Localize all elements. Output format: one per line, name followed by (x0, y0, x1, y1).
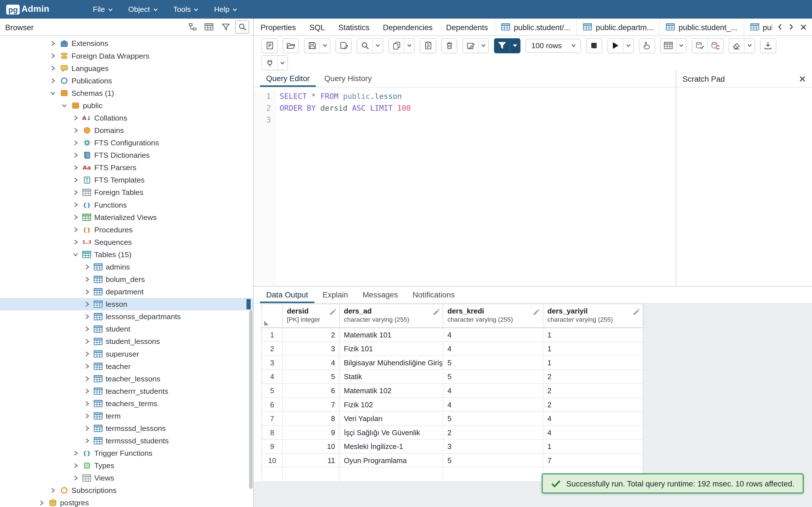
cell[interactable]: 5 (283, 370, 340, 384)
cell[interactable]: 2 (283, 328, 340, 342)
cell[interactable]: 5 (443, 412, 543, 426)
chevron-right-icon[interactable] (83, 263, 91, 271)
rollback-icon[interactable] (707, 39, 723, 53)
chevron-right-icon[interactable] (83, 400, 91, 407)
chevron-right-icon[interactable] (71, 127, 79, 134)
chevron-right-icon[interactable] (49, 40, 57, 47)
row-number[interactable]: 6 (262, 398, 283, 412)
chevron-right-icon[interactable] (49, 77, 57, 84)
cell[interactable] (443, 467, 543, 482)
cell[interactable]: 4 (443, 342, 543, 356)
cell[interactable] (340, 467, 443, 482)
chevron-right-icon[interactable] (83, 388, 91, 395)
chevron-right-icon[interactable] (83, 375, 91, 383)
clear-icon[interactable] (729, 39, 744, 53)
chevron-right-icon[interactable] (83, 276, 91, 283)
play-icon[interactable] (608, 39, 623, 53)
chevron-right-icon[interactable] (49, 52, 57, 60)
row-number[interactable]: 9 (262, 440, 283, 454)
tab-messages[interactable]: Messages (356, 287, 404, 303)
tree-item-fts-parsers[interactable]: AaFTS Parsers (0, 161, 253, 174)
cell[interactable]: 2 (543, 370, 643, 384)
tree-item-public[interactable]: public (0, 100, 253, 112)
tree-item-teacherrr-students[interactable]: teacherrr_students (0, 385, 253, 397)
column-header-ders-kredi[interactable]: ders_kredicharacter varying (255) (443, 304, 543, 328)
tree-item-domains[interactable]: Domains (0, 124, 253, 136)
tree-item-teachers-terms[interactable]: teachers_terms (0, 397, 253, 410)
tree-item-teacher-lessons[interactable]: teacher_lessons (0, 372, 253, 385)
cell[interactable]: 7 (283, 398, 340, 412)
stop-icon[interactable] (587, 39, 602, 53)
tree-item-fts-configurations[interactable]: FTS Configurations (0, 136, 253, 149)
cell[interactable]: Fizik 102 (340, 398, 443, 412)
chevron-left-icon[interactable] (777, 23, 782, 31)
caret-down-icon[interactable] (277, 56, 288, 70)
query-tool-tab-public-student[interactable]: public.student_... (659, 18, 744, 35)
edit-icon[interactable] (463, 39, 478, 53)
chevron-right-icon[interactable] (83, 288, 91, 295)
select-all-corner[interactable] (262, 304, 283, 328)
query-tool-tab-public-departm[interactable]: public.departm... (576, 18, 659, 35)
chevron-right-icon[interactable] (37, 499, 45, 506)
tab-properties[interactable]: Properties (254, 18, 303, 35)
close-icon[interactable] (799, 75, 806, 82)
chevron-right-icon[interactable] (83, 338, 91, 345)
chevron-right-icon[interactable] (71, 450, 79, 457)
hand-icon[interactable] (640, 39, 654, 53)
tree-item-fts-templates[interactable]: FTS Templates (0, 174, 253, 186)
row-number[interactable]: 5 (262, 384, 283, 398)
cell[interactable]: 2 (443, 426, 543, 440)
chevron-right-icon[interactable] (83, 350, 91, 357)
chevron-down-icon[interactable] (60, 102, 68, 109)
cell[interactable]: 2 (543, 398, 643, 412)
cell[interactable]: Matematik 102 (340, 384, 443, 398)
row-number[interactable]: 10 (262, 454, 283, 468)
tree-item-trigger-functions[interactable]: {}Trigger Functions (0, 447, 253, 459)
chevron-right-icon[interactable] (71, 214, 79, 221)
tree-item-lessonss-departmants[interactable]: lessonss_departmants (0, 311, 253, 323)
cell[interactable]: 3 (283, 342, 340, 356)
tree-item-collations[interactable]: A↓Collations (0, 112, 253, 124)
tree-item-fts-dictionaries[interactable]: FTS Dictionaries (0, 149, 253, 161)
connection-icon[interactable] (262, 56, 277, 70)
cell[interactable]: 6 (283, 384, 340, 398)
menu-object[interactable]: Object (128, 5, 158, 13)
column-header-dersid[interactable]: dersid[PK] integer (283, 304, 340, 328)
caret-down-icon[interactable] (319, 39, 330, 53)
cell[interactable]: 1 (543, 328, 643, 342)
cell[interactable]: 4 (443, 328, 543, 342)
tab-notifications[interactable]: Notifications (406, 287, 461, 303)
tree-item-functions[interactable]: {}Functions (0, 199, 253, 211)
tab-query-history[interactable]: Query History (318, 71, 378, 87)
cell[interactable]: 5 (443, 356, 543, 370)
menu-help[interactable]: Help (214, 5, 237, 13)
chevron-down-icon[interactable] (71, 251, 79, 258)
tree-item-schemas-1[interactable]: Schemas (1) (0, 87, 253, 100)
tree-item-termsssd-lessons[interactable]: termsssd_lessons (0, 422, 253, 435)
chevron-right-icon[interactable] (83, 313, 91, 320)
cell[interactable] (283, 467, 340, 482)
menu-tools[interactable]: Tools (173, 5, 199, 13)
column-header-ders-yariyil[interactable]: ders_yariyilcharacter varying (255) (543, 304, 643, 328)
tab-explain[interactable]: Explain (316, 287, 354, 303)
scrollbar-thumb[interactable] (249, 311, 253, 489)
cell[interactable]: Statik (340, 370, 443, 384)
caret-down-icon[interactable] (372, 39, 383, 53)
cell[interactable]: Oyun Programlama (340, 454, 443, 468)
tree-item-teacher[interactable]: teacher (0, 360, 253, 372)
grid-icon[interactable] (661, 39, 675, 53)
cell[interactable]: 4 (443, 398, 543, 412)
chevron-right-icon[interactable] (71, 474, 79, 482)
caret-down-icon[interactable] (623, 39, 633, 53)
tab-sql[interactable]: SQL (303, 18, 332, 35)
caret-down-icon[interactable] (676, 39, 686, 53)
chevron-right-icon[interactable] (83, 325, 91, 333)
cell[interactable]: 11 (283, 454, 340, 468)
row-number[interactable]: 1 (262, 328, 283, 342)
caret-down-icon[interactable] (404, 39, 414, 53)
chevron-right-icon[interactable] (49, 65, 57, 72)
chevron-right-icon[interactable] (71, 176, 79, 184)
chevron-right-icon[interactable] (83, 300, 91, 308)
cell[interactable]: 2 (543, 384, 643, 398)
filter-tree-icon[interactable] (218, 20, 233, 34)
